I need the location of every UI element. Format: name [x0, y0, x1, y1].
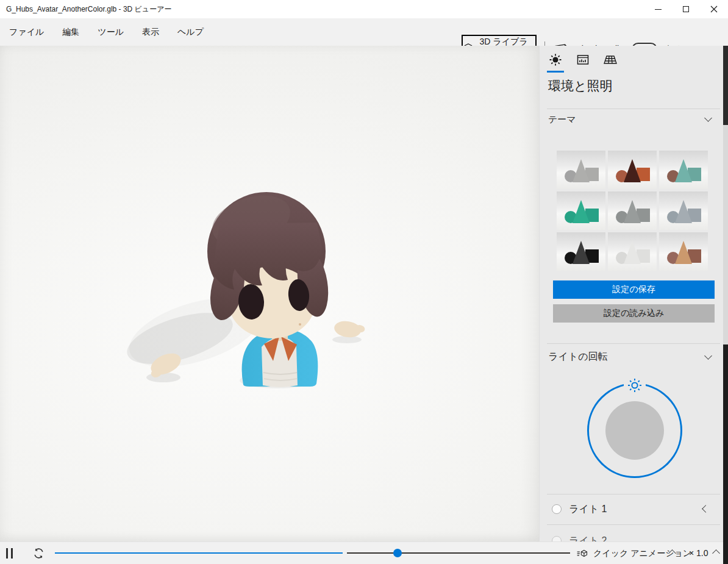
theme-cone	[675, 159, 692, 182]
light1-label: ライト 1	[569, 503, 607, 516]
theme-teal[interactable]	[659, 151, 708, 189]
divider	[547, 343, 720, 344]
light-rotation-knob[interactable]	[605, 401, 664, 460]
theme-cone	[675, 241, 692, 264]
menubar: ファイル編集ツール表示ヘルプ 3D ライブラリ Mixed Reality オフ	[0, 18, 728, 46]
theme-cone	[573, 159, 590, 182]
3d-viewport[interactable]	[0, 46, 539, 541]
playback-speed[interactable]: × 1.0	[689, 548, 708, 558]
save-settings-button[interactable]: 設定の保存	[553, 280, 715, 299]
pause-button[interactable]	[6, 548, 17, 559]
loop-button[interactable]	[32, 546, 46, 560]
avatar-right-hand	[333, 319, 365, 340]
divider	[547, 494, 720, 494]
slider-fill	[55, 552, 343, 554]
divider	[547, 109, 720, 109]
settings-panel: 環境と照明 テーマ 設定の保存 設定の読み込み ライトの回転	[539, 46, 723, 541]
animation-playbar: クイック アニメーション × 1.0	[0, 541, 723, 564]
animation-cube-icon	[576, 548, 588, 559]
theme-grid	[557, 151, 709, 271]
menu-items: ファイル編集ツール表示ヘルプ	[0, 18, 213, 46]
panel-heading: 環境と照明	[548, 77, 613, 95]
panel-tabs	[547, 51, 619, 68]
theme-cone	[624, 241, 641, 264]
quick-animation-label[interactable]: クイック アニメーション	[593, 548, 691, 559]
sun-icon	[549, 53, 562, 66]
panel-scrollbar[interactable]	[723, 46, 728, 564]
grid-icon	[603, 53, 618, 66]
window-controls	[644, 0, 728, 18]
menu-item-0[interactable]: ファイル	[0, 18, 53, 46]
pause-icon	[6, 548, 8, 559]
theme-slate[interactable]	[608, 191, 657, 230]
theme-rust[interactable]	[608, 151, 657, 189]
theme-black[interactable]	[557, 232, 605, 271]
app-window: G_Hubs_Avatar_AnotherColor.glb - 3D ビューア…	[0, 0, 728, 564]
light1-radio[interactable]	[552, 504, 562, 514]
theme-green[interactable]	[557, 191, 605, 230]
menu-item-2[interactable]: ツール	[88, 18, 133, 46]
chevron-down-icon[interactable]	[704, 352, 712, 360]
theme-white[interactable]	[608, 232, 657, 271]
theme-section-label: テーマ	[548, 114, 576, 126]
minimize-icon	[655, 9, 662, 10]
scrollbar-dark-region	[723, 344, 728, 564]
maximize-button[interactable]	[672, 0, 700, 18]
theme-cone	[573, 200, 590, 223]
selected-tab-indicator	[547, 71, 564, 73]
scrollbar-thumb[interactable]	[723, 46, 728, 125]
menu-item-4[interactable]: ヘルプ	[168, 18, 213, 46]
menu-item-1[interactable]: 編集	[53, 18, 88, 46]
menu-item-3[interactable]: 表示	[133, 18, 168, 46]
load-settings-button[interactable]: 設定の読み込み	[553, 304, 715, 323]
main-area: 環境と照明 テーマ 設定の保存 設定の読み込み ライトの回転	[0, 46, 728, 541]
theme-cone	[624, 200, 641, 223]
maximize-icon	[683, 6, 689, 12]
chevron-up-icon[interactable]	[712, 549, 720, 557]
theme-earth[interactable]	[659, 232, 708, 271]
light-row-2[interactable]: ライト 2	[540, 530, 723, 541]
tab-stats[interactable]	[574, 51, 591, 68]
window-title: G_Hubs_Avatar_AnotherColor.glb - 3D ビューア…	[0, 4, 171, 15]
light-rotation-label: ライトの回転	[548, 351, 608, 363]
theme-cone	[675, 200, 692, 223]
tab-lighting[interactable]	[547, 51, 564, 68]
chevron-down-icon[interactable]	[704, 114, 712, 122]
chevron-left-icon[interactable]	[702, 505, 710, 513]
loop-icon	[35, 548, 43, 558]
stats-icon	[576, 53, 590, 66]
theme-cone	[624, 159, 641, 182]
close-icon	[710, 5, 718, 13]
slider-track	[347, 552, 570, 554]
divider	[547, 524, 720, 525]
theme-steel[interactable]	[659, 191, 708, 230]
theme-cone	[573, 241, 590, 264]
theme-gray[interactable]	[557, 151, 605, 189]
timeline-slider[interactable]	[55, 542, 570, 564]
tab-grid[interactable]	[602, 51, 619, 68]
slider-thumb[interactable]	[393, 549, 402, 557]
minimize-button[interactable]	[644, 0, 672, 18]
close-button[interactable]	[700, 0, 728, 18]
titlebar: G_Hubs_Avatar_AnotherColor.glb - 3D ビューア…	[0, 0, 728, 18]
dial-sun-icon[interactable]	[627, 377, 643, 393]
avatar-model	[0, 46, 539, 541]
light-row-1[interactable]: ライト 1	[540, 499, 723, 519]
light2-radio[interactable]	[552, 536, 562, 541]
light2-label: ライト 2	[569, 535, 607, 541]
